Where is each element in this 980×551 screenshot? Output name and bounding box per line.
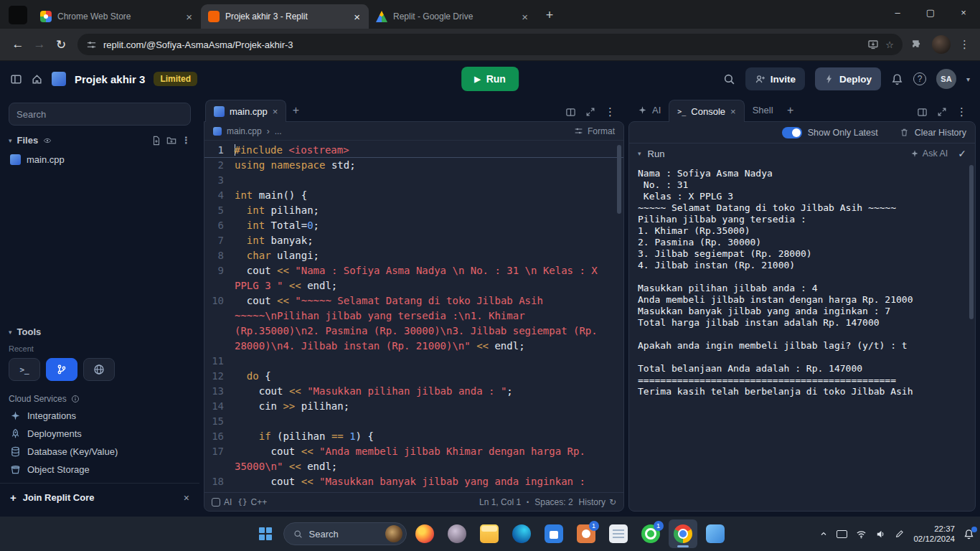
tab-close-icon[interactable]: × [520, 11, 529, 22]
recent-tool-networking[interactable] [83, 358, 115, 381]
code-line[interactable]: 18 cout << "Masukkan banyak jilbab yang … [204, 474, 623, 489]
line-number[interactable]: 6 [204, 218, 235, 233]
code-line[interactable]: 3 [204, 173, 623, 188]
refresh-icon[interactable]: ↻ [50, 34, 72, 55]
display-icon[interactable] [837, 530, 847, 538]
line-number[interactable]: 14 [204, 399, 235, 414]
code-line[interactable]: 16 if (pilihan == 1) { [204, 429, 623, 444]
maximize-icon[interactable]: ▢ [914, 0, 947, 24]
cursor-position[interactable]: Ln 1, Col 1 [479, 497, 521, 507]
line-number[interactable]: 4 [204, 188, 235, 203]
new-tab-button[interactable]: + [540, 5, 560, 25]
file-explorer-icon[interactable] [475, 519, 504, 548]
microsoft-store-icon[interactable] [540, 519, 568, 548]
new-console-tab-button[interactable]: + [781, 101, 800, 120]
firefox-icon[interactable] [410, 519, 439, 548]
forward-icon[interactable]: → [29, 34, 50, 55]
info-icon[interactable] [71, 395, 80, 403]
tab-close-icon[interactable]: × [184, 11, 194, 22]
invite-button[interactable]: Invite [745, 67, 805, 90]
language-status[interactable]: {}C++ [237, 497, 267, 507]
recent-tool-shell[interactable]: >_ [9, 358, 40, 381]
tools-section-header[interactable]: ▾ Tools [0, 321, 199, 342]
code-line[interactable]: 13 cout << "Masukkan pilihan jilbab anda… [204, 384, 623, 399]
taskbar-search[interactable]: Search [283, 522, 407, 545]
sidebar-item-object-storage[interactable]: Object Storage [0, 461, 199, 479]
line-number[interactable]: 5 [204, 203, 235, 218]
browser-tab-google-drive[interactable]: Replit - Google Drive × [369, 4, 537, 29]
layout-icon[interactable] [917, 107, 928, 118]
split-view-icon[interactable] [565, 107, 576, 118]
breadcrumb-more[interactable]: ... [275, 126, 282, 136]
dismiss-icon[interactable]: × [184, 492, 189, 504]
code-line[interactable]: 8 char ulangi; [204, 248, 623, 263]
format-button[interactable]: Format [574, 126, 615, 136]
code-line[interactable]: 6 int Total=0; [204, 218, 623, 233]
console-output[interactable]: Nama : Sofiya Asma Nadya No. : 31 Kelas … [629, 164, 975, 511]
address-bar[interactable]: replit.com/@Sofiya-AsmaAsma/Projek-akhir… [77, 34, 903, 55]
clear-history-button[interactable]: Clear History [915, 128, 966, 138]
console-menu-icon[interactable]: ⋮ [956, 105, 967, 118]
tab-close-icon[interactable]: × [730, 106, 736, 117]
join-replit-core-banner[interactable]: + Join Replit Core × [0, 483, 199, 512]
editor-menu-icon[interactable]: ⋮ [605, 105, 616, 118]
help-icon[interactable]: ? [913, 72, 926, 85]
chevron-down-icon[interactable]: ▾ [638, 150, 641, 157]
line-number[interactable]: 3 [204, 173, 235, 188]
line-number[interactable]: 17 [204, 444, 235, 474]
recent-tool-git[interactable] [46, 358, 77, 381]
extensions-puzzle-icon[interactable] [911, 39, 923, 51]
line-number[interactable]: 2 [204, 158, 235, 173]
code-line[interactable]: 9 cout << "Nama : Sofiya Asma Nadya \n N… [204, 263, 623, 293]
tab-shell[interactable]: Shell [745, 99, 781, 121]
sidebar-item-deployments[interactable]: Deployments [0, 425, 199, 443]
code-line[interactable]: 11 [204, 354, 623, 369]
minimize-icon[interactable]: – [881, 0, 914, 24]
limited-badge[interactable]: Limited [154, 72, 197, 86]
history-button[interactable]: History↻ [579, 497, 616, 507]
sidebar-toggle-icon[interactable] [10, 73, 22, 85]
show-only-latest-toggle[interactable] [782, 127, 802, 138]
trash-icon[interactable] [900, 128, 909, 137]
site-settings-icon[interactable] [86, 39, 97, 50]
code-line[interactable]: 1#include <iostream> [204, 143, 623, 158]
new-file-icon[interactable] [151, 136, 161, 146]
bookmark-star-icon[interactable]: ☆ [885, 39, 894, 50]
console-run-header[interactable]: ▾ Run Ask AI ✓ [629, 143, 975, 164]
edge-icon[interactable] [507, 519, 536, 548]
tab-close-icon[interactable]: × [352, 11, 362, 22]
spaces-setting[interactable]: Spaces: 2 [534, 497, 573, 507]
back-icon[interactable]: ← [7, 34, 29, 55]
sidebar-search-input[interactable] [9, 103, 191, 126]
search-icon[interactable] [723, 73, 735, 85]
line-number[interactable]: 12 [204, 369, 235, 384]
editor-tab-main-cpp[interactable]: main.cpp × [205, 100, 286, 122]
run-button[interactable]: ▶ Run [461, 67, 519, 91]
start-button[interactable] [251, 519, 280, 548]
close-icon[interactable]: × [947, 0, 980, 24]
search-highlight-image[interactable] [385, 525, 402, 542]
browser-tab-replit-project[interactable]: Projek akhir 3 - Replit × [201, 4, 369, 29]
volume-icon[interactable] [875, 529, 886, 540]
line-number[interactable]: 15 [204, 414, 235, 429]
sidebar-item-database[interactable]: Database (Key/Value) [0, 443, 199, 461]
line-number[interactable]: 10 [204, 293, 235, 354]
browser-tab-chrome-web-store[interactable]: Chrome Web Store × [33, 4, 201, 29]
code-line[interactable]: 10 cout << "~~~~~ Selamat Datang di toko… [204, 293, 623, 354]
notifications-bell-icon[interactable] [891, 73, 903, 85]
files-section-header[interactable]: ▾ Files ⋮ [0, 130, 199, 151]
code-line[interactable]: 15 [204, 414, 623, 429]
user-avatar[interactable]: SA [936, 69, 956, 89]
chevron-down-icon[interactable]: ▾ [9, 137, 12, 144]
sidebar-item-integrations[interactable]: Integrations [0, 407, 199, 425]
breadcrumb[interactable]: main.cpp › ... Format [204, 122, 623, 141]
whatsapp-icon[interactable]: 1 [636, 519, 665, 548]
wifi-icon[interactable] [856, 529, 867, 540]
install-app-icon[interactable] [867, 39, 879, 50]
deploy-button[interactable]: Deploy [815, 67, 881, 90]
browser-profile-avatar[interactable] [932, 35, 951, 54]
files-menu-icon[interactable]: ⋮ [182, 135, 191, 146]
chrome-icon[interactable] [669, 519, 697, 548]
file-item-main-cpp[interactable]: main.cpp [0, 151, 199, 169]
chevron-down-icon[interactable]: ▾ [966, 75, 970, 83]
